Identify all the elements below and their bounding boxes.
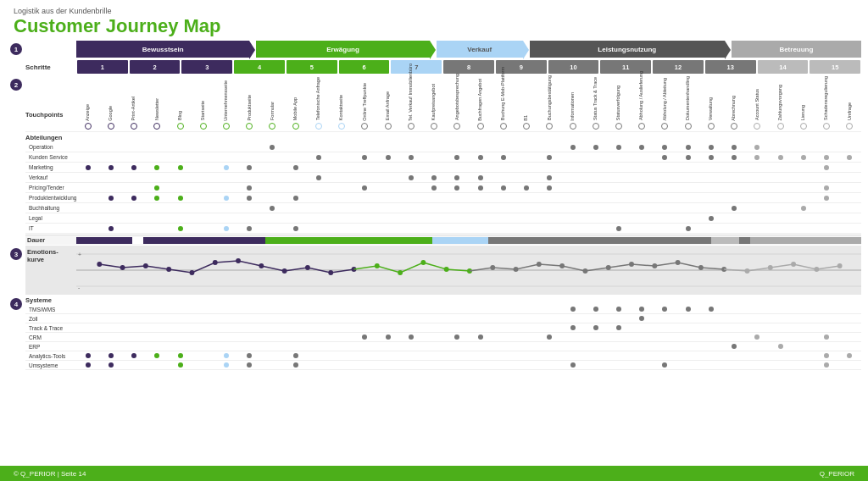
sys-cell-1-30 <box>769 316 792 321</box>
tp-circle-29 <box>746 123 769 130</box>
svg-point-14 <box>282 268 287 274</box>
abt-cell-4-20 <box>538 185 561 191</box>
abt-cell-4-3 <box>146 185 169 191</box>
abt-cell-5-1 <box>99 196 122 201</box>
abt-cell-3-2 <box>122 175 145 180</box>
section-2: 2 Touchpoints AnzeigeGooglePrint-Artikel… <box>7 76 861 245</box>
svg-text:-: - <box>78 285 80 290</box>
abt-cell-8-24 <box>631 226 654 231</box>
abt-cell-0-25 <box>654 145 676 150</box>
sys-cell-1-25 <box>654 316 676 321</box>
abt-cell-4-0 <box>76 185 99 191</box>
sys-cell-3-31 <box>792 334 815 340</box>
abt-cell-8-8 <box>261 226 284 231</box>
tp-label-29: Account Status <box>746 64 769 121</box>
sys-cell-4-6 <box>214 344 237 349</box>
abt-cell-3-9 <box>284 175 307 180</box>
abt-cell-4-27 <box>699 185 722 191</box>
abt-cell-1-0 <box>76 155 99 160</box>
tp-circle-28 <box>723 123 746 130</box>
sys-cell-0-19 <box>515 307 537 312</box>
abt-cell-2-8 <box>261 165 284 170</box>
abt-cell-4-14 <box>399 185 422 191</box>
sys-cell-5-30 <box>769 353 792 358</box>
sys-cell-0-3 <box>146 307 169 312</box>
abt-cell-8-0 <box>76 226 99 231</box>
abt-cell-0-28 <box>723 145 746 150</box>
abt-cell-1-24 <box>631 155 654 160</box>
abt-cell-3-29 <box>746 175 769 180</box>
sys-cell-1-28 <box>723 316 746 321</box>
abt-cell-2-10 <box>307 165 330 170</box>
abt-cell-0-30 <box>769 145 792 150</box>
sys-cell-4-2 <box>122 344 145 349</box>
tp-label-14: Tel. Verkauf Immobilienbüro <box>399 64 422 121</box>
abt-cell-3-33 <box>838 175 861 180</box>
sys-cell-2-26 <box>676 325 699 330</box>
abt-cell-7-24 <box>631 216 654 221</box>
abt-cell-4-17 <box>469 185 492 191</box>
sys-cell-2-3 <box>146 325 169 330</box>
abt-cell-3-25 <box>654 175 676 180</box>
abt-cell-3-18 <box>492 175 515 180</box>
abt-cell-0-3 <box>146 145 169 150</box>
tp-circle-23 <box>607 123 630 130</box>
footer-brand: Q_PERIOR <box>820 470 854 478</box>
sys-cell-0-20 <box>538 307 561 312</box>
abt-cell-3-14 <box>399 175 422 180</box>
sys-cell-4-26 <box>676 344 699 349</box>
sys-cell-1-8 <box>261 316 284 321</box>
sys-cell-5-3 <box>146 353 169 358</box>
abt-cell-2-24 <box>631 165 654 170</box>
svg-point-20 <box>420 260 426 265</box>
abt-cell-4-26 <box>676 185 699 191</box>
abt-cell-6-27 <box>699 206 722 211</box>
abt-cell-0-31 <box>792 145 815 150</box>
sys-cell-1-23 <box>607 316 630 321</box>
tp-circle-5 <box>192 123 214 130</box>
abt-cell-5-29 <box>746 196 769 201</box>
abt-cell-6-21 <box>561 206 584 211</box>
abt-cell-2-18 <box>492 165 515 170</box>
sys-cell-4-3 <box>146 344 169 349</box>
sys-cell-4-25 <box>654 344 676 349</box>
dauer-segment <box>739 237 750 244</box>
sys-cell-0-6 <box>214 307 237 312</box>
abt-row-2: Marketing <box>25 163 861 173</box>
sys-cell-3-25 <box>654 334 676 340</box>
sys-cell-1-1 <box>99 316 122 321</box>
abt-cell-7-6 <box>214 216 237 221</box>
sys-cell-2-8 <box>261 325 284 330</box>
sys-cell-1-27 <box>699 316 722 321</box>
tp-label-3: Newsletter <box>146 64 169 121</box>
dauer-segment <box>432 237 488 244</box>
abt-cell-4-15 <box>423 185 446 191</box>
abt-cell-7-8 <box>261 216 284 221</box>
abt-cell-6-26 <box>676 206 699 211</box>
abt-cell-0-9 <box>284 145 307 150</box>
sys-cell-4-31 <box>792 344 815 349</box>
section-badge-2: 2 <box>10 79 22 91</box>
sys-cell-5-32 <box>815 353 838 358</box>
svg-point-34 <box>745 268 750 274</box>
sys-cell-6-26 <box>676 362 699 368</box>
tp-label-16: Angebotsbesprechung <box>446 64 469 121</box>
abt-cell-0-29 <box>746 145 769 150</box>
sys-cell-2-28 <box>723 325 746 330</box>
sys-cell-4-12 <box>353 344 376 349</box>
abt-cell-8-1 <box>99 226 122 231</box>
sys-cell-3-14 <box>399 334 422 340</box>
svg-point-27 <box>583 268 588 274</box>
sys-cell-3-30 <box>769 334 792 340</box>
sys-cell-2-4 <box>169 325 192 330</box>
abt-cell-2-32 <box>815 165 838 170</box>
abt-cell-6-24 <box>631 206 654 211</box>
abt-cell-3-6 <box>214 175 237 180</box>
abt-cell-5-5 <box>192 196 214 201</box>
sys-cell-3-3 <box>146 334 169 340</box>
tp-label-2: Print-Artikel <box>122 64 145 121</box>
abt-cell-8-18 <box>492 226 515 231</box>
tp-label-1: Google <box>99 64 122 121</box>
sys-cell-2-30 <box>769 325 792 330</box>
header: Logistik aus der Kundenbrille Customer J… <box>0 0 868 41</box>
